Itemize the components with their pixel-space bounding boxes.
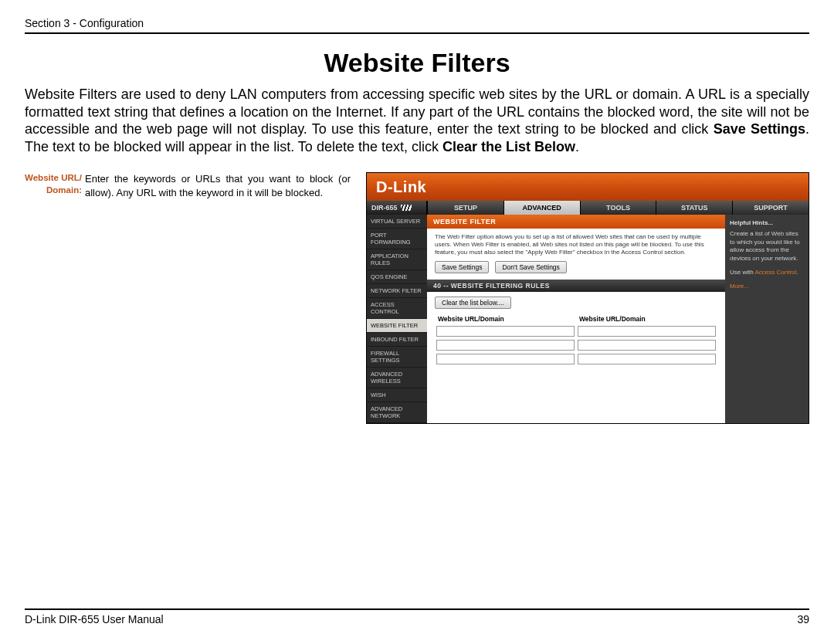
sidebar-item-advanced-wireless[interactable]: ADVANCED WIRELESS <box>367 368 427 388</box>
url-input-2b[interactable] <box>578 340 716 351</box>
footer-right: 39 <box>797 613 809 625</box>
sidebar-item-firewall-settings[interactable]: FIREWALL SETTINGS <box>367 347 427 368</box>
sidebar-item-port-forwarding[interactable]: PORT FORWARDING <box>367 229 427 249</box>
model-label: DIR-655 <box>367 201 427 215</box>
model-text: DIR-655 <box>371 204 398 212</box>
sidebar-item-inbound-filter[interactable]: INBOUND FILTER <box>367 333 427 347</box>
url-input-1b[interactable] <box>578 326 716 337</box>
hints-body-2a: Use with <box>730 269 754 276</box>
bold-clear: Clear the List Below <box>442 139 575 154</box>
sidebar-item-access-control[interactable]: ACCESS CONTROL <box>367 298 427 319</box>
col-header-2: Website URL/Domain <box>576 314 717 324</box>
hints-title: Helpful Hints... <box>730 219 804 227</box>
tab-tools[interactable]: TOOLS <box>580 201 656 215</box>
panel-desc: The Web Filter option allows you to set … <box>427 229 725 261</box>
sidebar-item-qos-engine[interactable]: QOS ENGINE <box>367 270 427 284</box>
panel-title: WEBSITE FILTER <box>427 215 725 229</box>
col-header-1: Website URL/Domain <box>435 314 576 324</box>
intro-text-3: . <box>575 139 579 154</box>
sidebar-item-virtual-server[interactable]: VIRTUAL SERVER <box>367 215 427 229</box>
banner: D-Link <box>367 173 809 201</box>
access-control-link[interactable]: Access Control <box>754 269 796 276</box>
router-screenshot: D-Link DIR-655 SETUP ADVANCED TOOLS STAT… <box>366 172 809 424</box>
footer-left: D-Link DIR-655 User Manual <box>25 613 164 625</box>
definition-desc: Enter the keywords or URLs that you want… <box>85 172 351 424</box>
rules-title: 40 -- WEBSITE FILTERING RULES <box>427 280 725 292</box>
bold-save: Save Settings <box>714 121 805 137</box>
save-settings-button[interactable]: Save Settings <box>435 261 489 273</box>
section-header: Section 3 - Configuration <box>25 17 809 34</box>
hints-body-2: Use with Access Control. <box>730 269 804 276</box>
sidebar-item-website-filter[interactable]: WEBSITE FILTER <box>367 319 427 333</box>
definition-term: Website URL/ Domain: <box>25 172 85 424</box>
dlink-logo: D-Link <box>376 178 426 196</box>
tab-status[interactable]: STATUS <box>656 201 732 215</box>
intro-paragraph: Website Filters are used to deny LAN com… <box>25 86 809 155</box>
page-title: Website Filters <box>25 48 809 78</box>
sidebar-item-network-filter[interactable]: NETWORK FILTER <box>367 284 427 298</box>
url-input-3a[interactable] <box>436 354 575 364</box>
tab-setup[interactable]: SETUP <box>427 201 503 215</box>
dont-save-settings-button[interactable]: Don't Save Settings <box>495 261 566 273</box>
url-input-2a[interactable] <box>436 340 575 351</box>
filter-table: Website URL/Domain Website URL/Domain <box>435 314 717 366</box>
stripes-icon <box>401 205 412 211</box>
url-input-1a[interactable] <box>436 326 575 337</box>
tab-row: DIR-655 SETUP ADVANCED TOOLS STATUS SUPP… <box>367 201 809 215</box>
definition: Website URL/ Domain: Enter the keywords … <box>25 172 351 424</box>
intro-text-1: Website Filters are used to deny LAN com… <box>25 86 809 137</box>
sidebar: VIRTUAL SERVER PORT FORWARDING APPLICATI… <box>367 215 427 423</box>
main-panel: WEBSITE FILTER The Web Filter option all… <box>427 215 725 423</box>
more-link[interactable]: More... <box>730 283 749 290</box>
url-input-3b[interactable] <box>578 354 716 364</box>
tab-support[interactable]: SUPPORT <box>732 201 809 215</box>
hints-panel: Helpful Hints... Create a list of Web si… <box>725 215 809 423</box>
tab-advanced[interactable]: ADVANCED <box>503 201 580 215</box>
footer: D-Link DIR-655 User Manual 39 <box>25 608 809 625</box>
sidebar-item-application-rules[interactable]: APPLICATION RULES <box>367 249 427 270</box>
clear-list-button[interactable]: Clear the list below.... <box>435 297 511 309</box>
hints-body-1: Create a list of Web sites to which you … <box>730 230 804 263</box>
sidebar-item-wish[interactable]: WISH <box>367 388 427 402</box>
sidebar-item-advanced-network[interactable]: ADVANCED NETWORK <box>367 402 427 423</box>
